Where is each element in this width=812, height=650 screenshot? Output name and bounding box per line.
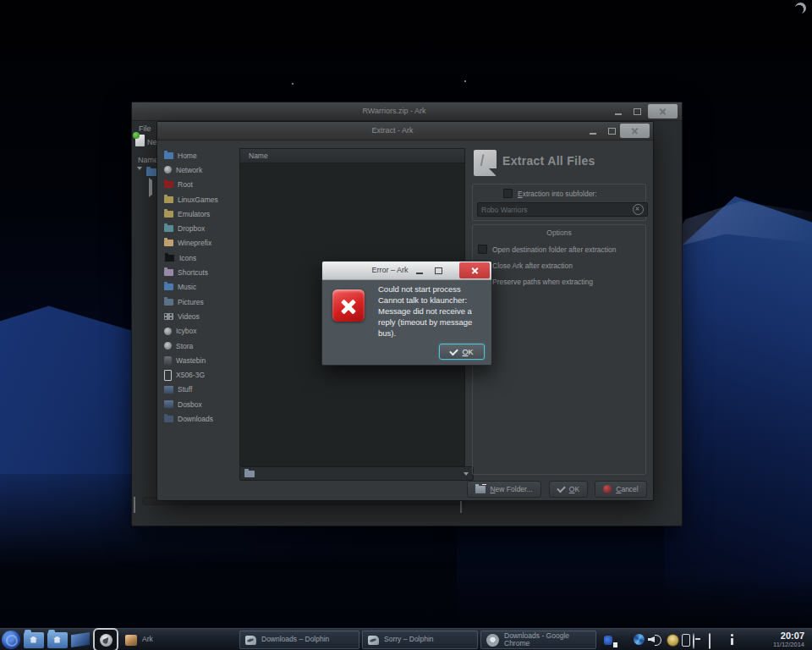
place-icons[interactable]: Icons [164,251,239,265]
places-panel: Home Network Root LinuxGames Emulators D… [164,148,239,427]
error-message: Could not start process Cannot talk to k… [378,284,483,339]
desktop: RWarriors.zip - Ark File Ne Name Extract… [0,0,812,650]
new-archive-icon[interactable] [135,135,145,146]
option-open-destination[interactable]: Open destination folder after extraction [478,245,616,254]
bluetooth-icon[interactable] [604,636,612,645]
drive-icon [164,386,173,394]
place-wineprefix[interactable]: Wineprefix [164,236,239,251]
place-root[interactable]: Root [164,178,239,192]
folder-dark-icon [164,254,175,262]
option-preserve-paths[interactable]: Preserve paths when extracting [478,277,593,286]
checkbox[interactable] [478,245,487,254]
clock-date: 11/12/2014 [773,641,804,648]
cancel-button[interactable]: Cancel [595,481,647,498]
krunner-rocket-icon[interactable] [93,628,118,650]
place-emulators[interactable]: Emulators [164,207,239,221]
round-app-icon[interactable] [667,634,679,647]
file-list-header-name[interactable]: Name [240,149,464,163]
task-downloads-chrome[interactable]: Downloads - Google Chrome [480,631,596,649]
task-sorry-dolphin[interactable]: Sorry – Dolphin [362,631,478,649]
place-pictures[interactable]: Pictures [164,295,239,309]
extract-dialog-title: Extract - Ark [208,126,577,135]
close-button[interactable] [459,262,490,278]
clear-input-icon[interactable] [633,204,644,215]
place-linuxgames[interactable]: LinuxGames [164,192,239,207]
folder-icon [244,471,255,477]
kde-swirl-icon[interactable] [634,634,645,645]
task-downloads-dolphin[interactable]: Downloads – Dolphin [239,631,359,649]
trash-icon [164,356,172,365]
close-icon [631,127,639,135]
ok-button[interactable]: OK [549,481,588,498]
ark-titlebar[interactable]: RWarriors.zip - Ark [132,102,682,121]
check-icon [450,346,459,355]
toolbar-new-label[interactable]: Ne [147,138,156,146]
subfolder-checkbox[interactable] [503,189,513,198]
folder-icon [164,196,173,203]
folder-downloads-icon [164,416,173,422]
new-folder-button[interactable]: New Folder... [467,481,541,498]
taskbar: Ark Downloads – Dolphin Sorry – Dolphin … [0,628,812,650]
place-shortcuts[interactable]: Shortcuts [164,265,239,279]
cancel-icon [603,485,612,493]
subfolder-input[interactable]: Robo Warriors [477,202,648,217]
folder-home-icon[interactable] [24,632,44,648]
close-icon [471,267,479,274]
error-dialog: Error – Ark Could not start process Cann… [321,261,492,366]
place-network[interactable]: Network [164,162,239,177]
new-folder-icon [475,486,486,493]
dolphin-icon [245,636,256,645]
wallpaper-bottom-fade [0,577,812,628]
folder-red-icon [164,181,173,188]
place-icybox[interactable]: Icybox [164,324,239,339]
maximize-button[interactable] [431,262,446,279]
maximize-button[interactable] [629,102,645,120]
device-notifier-icon[interactable] [682,634,690,647]
scroll-left-icon[interactable] [134,497,135,512]
extract-dialog-titlebar[interactable]: Extract - Ark [157,122,653,140]
task-ark[interactable]: Ark [120,631,230,649]
folder-violet-icon [164,269,173,276]
place-stora[interactable]: Stora [164,339,239,353]
place-stuff[interactable]: Stuff [164,383,239,397]
ark-box-icon [125,635,137,646]
film-icon [164,313,173,320]
kde-launcher-icon[interactable] [2,631,20,649]
place-home[interactable]: Home [164,148,239,162]
tree-expander-open-icon[interactable] [137,170,142,185]
close-button[interactable] [648,104,678,118]
place-dosbox[interactable]: Dosbox [164,397,239,411]
error-icon [332,289,365,322]
folder-icon [164,211,173,218]
clock[interactable]: 20:07 11/12/2014 [773,631,804,648]
usb-icon[interactable] [693,633,694,649]
error-titlebar[interactable]: Error – Ark [322,262,491,280]
place-x506-3g[interactable]: X506-3G [164,367,239,382]
plasma-toolbox-icon[interactable] [795,3,806,14]
filter-combobox[interactable] [239,466,474,481]
maximize-button[interactable] [604,122,619,140]
network-globe-icon [164,328,172,335]
place-music[interactable]: Music [164,280,239,295]
subfolder-value: Robo Warriors [481,206,527,214]
menu-file[interactable]: File [139,124,151,133]
options-title: Options [473,229,645,237]
subfolder-checkbox-row[interactable]: Extraction into subfolder: [503,189,597,198]
wallpaper-mountain-right [664,196,812,628]
minimize-button[interactable] [412,262,427,279]
network-monitor-icon[interactable] [709,633,710,649]
place-videos[interactable]: Videos [164,309,239,323]
tree-expander-closed-icon[interactable] [149,180,152,196]
rocket-icon [100,634,112,647]
dolphin-icon [368,636,379,645]
error-ok-button[interactable]: OK [439,344,485,360]
folder-home-icon[interactable] [47,632,68,648]
place-downloads[interactable]: Downloads [164,411,239,426]
show-desktop-icon[interactable] [71,632,90,647]
minimize-button[interactable] [611,102,626,120]
place-wastebin[interactable]: Wastebin [164,353,239,367]
minimize-button[interactable] [585,122,601,140]
place-dropbox[interactable]: Dropbox [164,221,239,235]
column-header-name[interactable]: Name [138,156,158,164]
close-button[interactable] [620,124,650,138]
